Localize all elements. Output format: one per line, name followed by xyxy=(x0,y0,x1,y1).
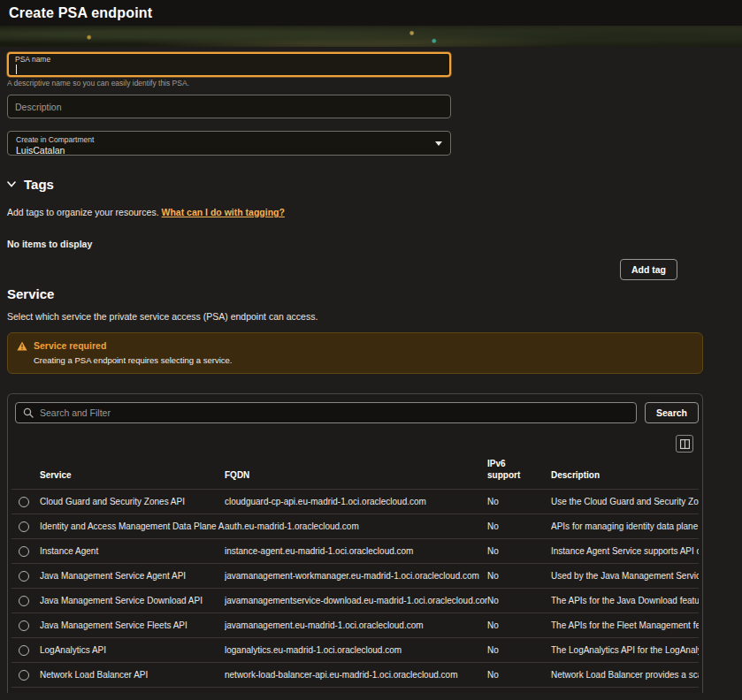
tags-intro-text: Add tags to organize your resources. Wha… xyxy=(7,207,735,217)
table-row[interactable]: Java Management Service Fleets API javam… xyxy=(11,613,699,638)
cell-service: Cloud Guard and Security Zones API xyxy=(40,497,225,506)
page-header: Create PSA endpoint xyxy=(0,0,742,26)
service-intro-text: Select which service the private service… xyxy=(7,311,735,322)
decorative-banner-image xyxy=(0,26,742,47)
cell-description: The APIs for the Fleet Management featur… xyxy=(551,620,699,630)
description-input[interactable] xyxy=(7,95,451,118)
columns-icon xyxy=(680,439,690,449)
cell-fqdn: javamanagement-workmanager.eu-madrid-1.o… xyxy=(225,571,487,581)
table-row[interactable]: Instance Agent instance-agent.eu-madrid-… xyxy=(11,539,699,564)
tags-intro-label: Add tags to organize your resources. xyxy=(7,207,159,217)
compartment-select[interactable]: Create in Compartment LuisCatalan xyxy=(7,131,451,156)
table-row[interactable]: Network Monitoring API vnca-api.eu-madri… xyxy=(11,688,699,693)
cell-ipv6: No xyxy=(487,521,551,531)
psa-name-input[interactable] xyxy=(7,52,451,77)
cell-service: Java Management Service Download API xyxy=(40,596,225,605)
warning-title: Service required xyxy=(34,340,106,351)
tags-heading: Tags xyxy=(24,177,54,192)
tagging-help-link[interactable]: What can I do with tagging? xyxy=(162,207,285,217)
cell-fqdn: cloudguard-cp-api.eu-madrid-1.oci.oracle… xyxy=(225,497,487,506)
cell-ipv6: No xyxy=(487,546,551,556)
add-tag-button[interactable]: Add tag xyxy=(620,259,677,280)
warning-message: Creating a PSA endpoint requires selecti… xyxy=(34,355,692,365)
main-content: PSA name A descriptive name so you can e… xyxy=(0,47,742,693)
cell-description: The LogAnalytics API for the LogAnalytic… xyxy=(551,645,699,655)
header-fqdn: FQDN xyxy=(225,470,487,490)
tags-section-toggle[interactable]: Tags xyxy=(7,177,735,192)
table-tools-row xyxy=(11,435,699,453)
cell-fqdn: javamanagementservice-download.eu-madrid… xyxy=(225,596,487,605)
warning-title-row: Service required xyxy=(17,340,692,351)
warning-triangle-icon xyxy=(17,341,27,351)
search-box xyxy=(15,402,637,423)
cell-fqdn: network-load-balancer-api.eu-madrid-1.oc… xyxy=(225,670,487,680)
cell-ipv6: No xyxy=(487,497,551,506)
psa-name-helper-text: A descriptive name so you can easily ide… xyxy=(7,79,451,88)
cell-description: Use the Cloud Guard and Security Zones A… xyxy=(551,497,699,506)
row-radio[interactable] xyxy=(19,546,29,557)
service-table-panel: Search Service FQDN IPv6 support Descrip… xyxy=(7,393,703,693)
row-radio[interactable] xyxy=(19,620,29,631)
table-row[interactable]: LogAnalytics API loganalytics.eu-madrid-… xyxy=(11,638,699,663)
cell-service: Java Management Service Agent API xyxy=(40,571,225,581)
cell-ipv6: No xyxy=(487,596,551,605)
cell-ipv6: No xyxy=(487,670,551,680)
cell-service: Identity and Access Management Data Plan… xyxy=(40,521,225,531)
row-radio[interactable] xyxy=(19,596,29,606)
table-row[interactable]: Java Management Service Download API jav… xyxy=(11,589,699,613)
table-row[interactable]: Java Management Service Agent API javama… xyxy=(11,564,699,589)
search-row: Search xyxy=(15,402,699,423)
row-radio[interactable] xyxy=(19,571,29,582)
search-icon xyxy=(23,407,34,418)
cell-description: Instance Agent Service supports API oper… xyxy=(551,546,699,556)
cell-service: Java Management Service Fleets API xyxy=(40,620,225,630)
table-row[interactable]: Network Load Balancer API network-load-b… xyxy=(11,663,699,688)
header-ipv6: IPv6 support xyxy=(487,459,540,489)
row-radio[interactable] xyxy=(19,645,29,656)
psa-name-field-wrap: PSA name xyxy=(7,47,451,77)
cell-fqdn: auth.eu-madrid-1.oraclecloud.com xyxy=(225,521,487,531)
search-button[interactable]: Search xyxy=(645,402,699,423)
cell-description: Network Load Balancer provides a scalabl… xyxy=(551,670,699,680)
page-title: Create PSA endpoint xyxy=(9,5,152,21)
service-heading: Service xyxy=(7,286,735,301)
header-description: Description xyxy=(551,470,699,490)
cell-fqdn: loganalytics.eu-madrid-1.oci.oraclecloud… xyxy=(225,645,487,655)
service-required-warning: Service required Creating a PSA endpoint… xyxy=(7,332,703,374)
table-header-row: Service FQDN IPv6 support Description xyxy=(11,459,699,490)
cell-ipv6: No xyxy=(487,645,551,655)
cell-description: The APIs for the Java Download feature o… xyxy=(551,596,699,605)
tags-actions: Add tag xyxy=(7,259,703,280)
text-cursor xyxy=(16,65,17,74)
radio-column-header xyxy=(11,481,40,489)
cell-service: LogAnalytics API xyxy=(40,645,225,655)
chevron-down-icon xyxy=(435,141,442,146)
cell-fqdn: instance-agent.eu-madrid-1.oci.oracleclo… xyxy=(225,546,487,556)
table-row[interactable]: Cloud Guard and Security Zones API cloud… xyxy=(11,490,699,514)
cell-service: Instance Agent xyxy=(40,546,225,556)
cell-ipv6: No xyxy=(487,571,551,581)
table-row[interactable]: Identity and Access Management Data Plan… xyxy=(11,514,699,539)
search-input[interactable] xyxy=(40,407,629,418)
manage-columns-button[interactable] xyxy=(676,435,693,453)
row-radio[interactable] xyxy=(19,521,29,532)
row-radio[interactable] xyxy=(19,670,29,681)
compartment-label: Create in Compartment xyxy=(16,135,431,144)
cell-ipv6: No xyxy=(487,620,551,630)
tags-empty-message: No items to display xyxy=(7,239,735,249)
header-service: Service xyxy=(40,470,225,490)
chevron-down-icon xyxy=(7,181,16,187)
compartment-value: LuisCatalan xyxy=(16,145,431,156)
cell-service: Network Load Balancer API xyxy=(40,670,225,680)
row-radio[interactable] xyxy=(19,497,29,507)
cell-description: Used by the Java Management Service Ora xyxy=(551,571,699,581)
cell-description: APIs for managing identity data plane se… xyxy=(551,521,699,531)
cell-fqdn: javamanagement.eu-madrid-1.oci.oracleclo… xyxy=(225,620,487,630)
